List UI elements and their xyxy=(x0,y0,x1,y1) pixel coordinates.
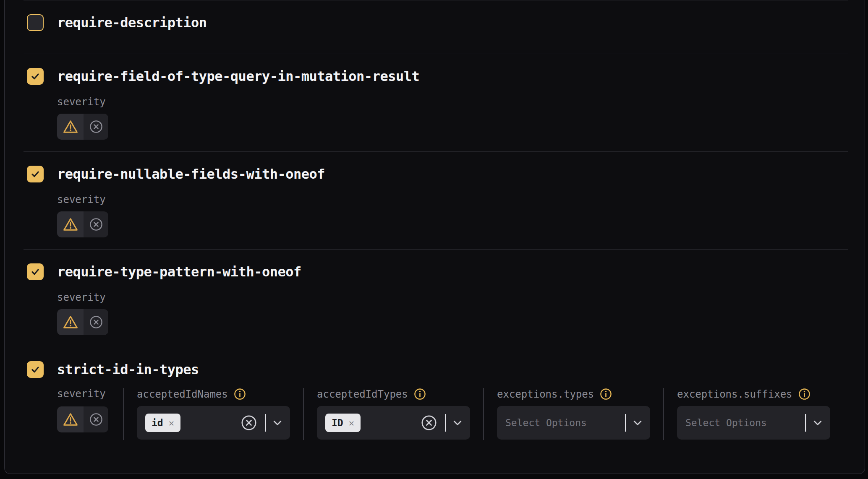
severity-label: severity xyxy=(57,96,848,108)
option-column-exceptions-suffixes: exceptions.suffixes Select Options xyxy=(663,388,843,440)
rules-panel: require-description require-field-of-typ… xyxy=(4,0,865,474)
severity-off-button[interactable] xyxy=(84,309,108,335)
severity-toggle-group xyxy=(57,309,108,335)
circle-x-icon xyxy=(89,315,103,329)
severity-warning-button[interactable] xyxy=(57,309,84,335)
option-label: exceptions.suffixes xyxy=(677,388,792,400)
select-divider xyxy=(805,414,806,432)
severity-toggle-group xyxy=(57,406,108,432)
rule-checkbox-checked[interactable] xyxy=(27,166,44,182)
check-icon xyxy=(30,169,40,179)
exceptions-suffixes-multiselect[interactable]: Select Options xyxy=(677,406,830,440)
rule-checkbox-checked[interactable] xyxy=(27,361,44,378)
rule-checkbox-checked[interactable] xyxy=(27,68,44,85)
rule-name: strict-id-in-types xyxy=(57,362,199,377)
select-divider xyxy=(445,414,446,432)
warning-triangle-icon xyxy=(63,217,78,232)
check-icon xyxy=(30,71,40,81)
severity-toggle-group xyxy=(57,114,108,140)
chevron-down-icon[interactable] xyxy=(453,420,462,426)
warning-triangle-icon xyxy=(63,119,78,134)
option-label: exceptions.types xyxy=(497,388,594,400)
rule-row-require-field-of-type-query-in-mutation-result: require-field-of-type-query-in-mutation-… xyxy=(24,54,848,151)
circle-x-icon xyxy=(89,218,103,231)
x-remove-icon[interactable]: ✕ xyxy=(169,418,174,428)
severity-off-button[interactable] xyxy=(84,211,108,237)
severity-label: severity xyxy=(57,292,848,303)
option-column-acceptedIdNames: acceptedIdNames id ✕ xyxy=(123,388,303,440)
chevron-down-icon[interactable] xyxy=(813,420,822,426)
severity-off-button[interactable] xyxy=(84,406,108,432)
rule-checkbox-checked[interactable] xyxy=(27,263,44,280)
severity-warning-button[interactable] xyxy=(57,114,84,140)
rule-row-require-nullable-fields-with-oneof: require-nullable-fields-with-oneof sever… xyxy=(24,151,848,249)
rule-name: require-description xyxy=(57,15,207,31)
severity-label: severity xyxy=(57,194,848,206)
severity-toggle-group xyxy=(57,211,108,237)
severity-warning-button[interactable] xyxy=(57,406,84,432)
chip-label: id xyxy=(152,417,163,428)
acceptedIdTypes-multiselect[interactable]: ID ✕ xyxy=(317,406,470,440)
select-placeholder: Select Options xyxy=(685,417,767,428)
option-column-exceptions-types: exceptions.types Select Options xyxy=(483,388,663,440)
circle-x-icon xyxy=(89,413,103,426)
chevron-down-icon[interactable] xyxy=(633,420,642,426)
rule-name: require-nullable-fields-with-oneof xyxy=(57,166,325,182)
circle-x-clear-icon[interactable] xyxy=(421,415,437,431)
exceptions-types-multiselect[interactable]: Select Options xyxy=(497,406,650,440)
option-column-severity: severity xyxy=(57,388,123,440)
chevron-down-icon[interactable] xyxy=(273,420,282,426)
acceptedIdNames-multiselect[interactable]: id ✕ xyxy=(137,406,290,440)
circle-x-clear-icon[interactable] xyxy=(241,415,257,431)
rule-options-row: severity acceptedIdNames xyxy=(57,388,848,440)
rule-name: require-type-pattern-with-oneof xyxy=(57,264,301,280)
selected-chip: ID ✕ xyxy=(325,414,361,432)
select-placeholder: Select Options xyxy=(505,417,587,428)
severity-off-button[interactable] xyxy=(84,114,108,140)
warning-triangle-icon xyxy=(63,315,78,330)
rule-checkbox-unchecked[interactable] xyxy=(27,14,44,31)
severity-label: severity xyxy=(57,388,110,400)
warning-triangle-icon xyxy=(63,412,78,427)
option-column-acceptedIdTypes: acceptedIdTypes ID ✕ xyxy=(303,388,483,440)
option-label: acceptedIdTypes xyxy=(317,388,408,400)
check-icon xyxy=(30,267,40,277)
check-icon xyxy=(30,364,40,375)
rule-row-require-description: require-description xyxy=(24,0,848,54)
select-divider xyxy=(625,414,626,432)
info-circle-icon[interactable] xyxy=(798,388,810,400)
selected-chip: id ✕ xyxy=(145,414,180,432)
select-divider xyxy=(265,414,266,432)
info-circle-icon[interactable] xyxy=(414,388,426,400)
option-label: acceptedIdNames xyxy=(137,388,228,400)
severity-warning-button[interactable] xyxy=(57,211,84,237)
x-remove-icon[interactable]: ✕ xyxy=(349,418,354,428)
rule-name: require-field-of-type-query-in-mutation-… xyxy=(57,68,419,84)
rule-row-require-type-pattern-with-oneof: require-type-pattern-with-oneof severity xyxy=(24,249,848,347)
info-circle-icon[interactable] xyxy=(234,388,246,400)
info-circle-icon[interactable] xyxy=(600,388,612,400)
rule-row-strict-id-in-types: strict-id-in-types severity acceptedI xyxy=(24,347,848,466)
circle-x-icon xyxy=(89,120,103,133)
chip-label: ID xyxy=(332,417,343,428)
